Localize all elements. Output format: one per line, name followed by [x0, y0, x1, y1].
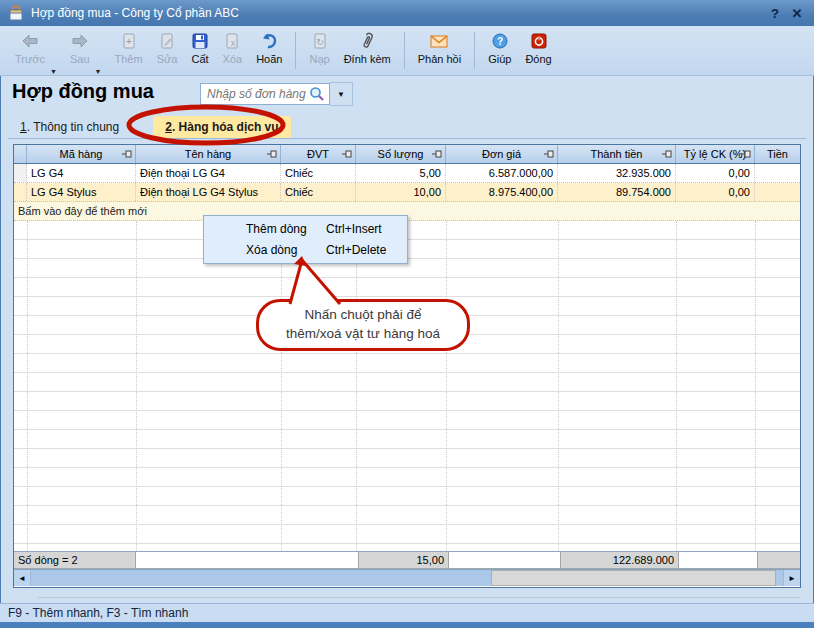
undo-arrow-icon: [260, 31, 278, 51]
grid-empty-area: [14, 221, 800, 551]
document-edit-icon: [160, 31, 174, 51]
forward-arrow-icon: [71, 31, 89, 51]
title-bar: Hợp đồng mua - Công ty Cổ phần ABC ? ✕: [0, 0, 814, 26]
undo-button[interactable]: Hoãn: [249, 26, 289, 75]
pin-icon[interactable]: [741, 150, 751, 158]
scrollbar-thumb[interactable]: [491, 570, 776, 586]
column-header-dvt[interactable]: ĐVT: [281, 145, 356, 163]
save-button[interactable]: Cất: [184, 26, 215, 75]
row-indicator[interactable]: [14, 164, 27, 182]
grid-line: [755, 221, 756, 551]
row-indicator-header: [14, 145, 27, 163]
cell-ma-hang[interactable]: LG G4 Stylus: [27, 183, 136, 201]
pin-icon[interactable]: [662, 150, 672, 158]
cell-tien[interactable]: [755, 183, 800, 201]
search-dropdown-button[interactable]: ▼: [330, 82, 353, 106]
cell-ma-hang[interactable]: LG G4: [27, 164, 136, 182]
cell-don-gia[interactable]: 8.975.400,00: [446, 183, 558, 201]
cell-thanh-tien[interactable]: 89.754.000: [558, 183, 676, 201]
toolbar-separator: [295, 32, 296, 69]
grid-line: [446, 221, 447, 551]
forward-button[interactable]: Sau: [63, 26, 97, 75]
svg-text:?: ?: [497, 36, 503, 47]
summary-empty-cell: [758, 552, 800, 569]
column-header-ma-hang[interactable]: Mã hàng: [27, 145, 136, 163]
toolbar: Trước ▼ Sau ▼ + Thêm Sửa Cất: [0, 26, 814, 76]
context-menu: Thêm dòng Ctrl+Insert Xóa dòng Ctrl+Dele…: [203, 215, 408, 264]
app-window: Hợp đồng mua - Công ty Cổ phần ABC ? ✕ T…: [0, 0, 814, 628]
grid-line: [27, 221, 28, 551]
power-icon: [531, 31, 547, 51]
column-header-ty-le-ck[interactable]: Tỷ lệ CK (%): [676, 145, 755, 163]
page-title: Hợp đồng mua: [12, 80, 154, 103]
window-close-button[interactable]: ✕: [786, 6, 808, 21]
document-delete-icon: x: [225, 31, 239, 51]
column-header-so-luong[interactable]: Số lượng: [356, 145, 446, 163]
window-bottom-border: [0, 622, 814, 628]
menu-item-xoa-dong[interactable]: Xóa dòng Ctrl+Delete: [204, 240, 407, 261]
window-help-button[interactable]: ?: [764, 6, 786, 21]
delete-button[interactable]: x Xóa: [216, 26, 250, 75]
scroll-left-arrow[interactable]: ◄: [14, 570, 31, 586]
pin-icon[interactable]: [432, 150, 442, 158]
cell-so-luong[interactable]: 5,00: [356, 164, 446, 182]
tab-hang-hoa-dich-vu[interactable]: 2. Hàng hóa dịch vụ: [153, 116, 290, 138]
column-header-don-gia[interactable]: Đơn giá: [446, 145, 558, 163]
cell-ty-le-ck[interactable]: 0,00: [676, 164, 755, 182]
feedback-button[interactable]: Phản hồi: [411, 26, 468, 75]
back-arrow-icon: [21, 31, 39, 51]
close-form-button[interactable]: Đóng: [518, 26, 558, 75]
grid-line: [558, 221, 559, 551]
tab-strip: 1. Thông tin chung 2. Hàng hóa dịch vụ: [8, 113, 806, 139]
column-header-thanh-tien[interactable]: Thành tiền: [558, 145, 676, 163]
cell-don-gia[interactable]: 6.587.000,00: [446, 164, 558, 182]
grid-line: [676, 221, 677, 551]
window-title: Hợp đồng mua - Công ty Cổ phần ABC: [31, 6, 764, 20]
cell-dvt[interactable]: Chiếc: [281, 164, 356, 182]
cell-so-luong[interactable]: 10,00: [356, 183, 446, 201]
add-button[interactable]: + Thêm: [108, 26, 150, 75]
toolbar-separator: [404, 32, 405, 69]
svg-text:↻: ↻: [316, 37, 324, 47]
table-row[interactable]: LG G4 Điện thoại LG G4 Chiếc 5,00 6.587.…: [14, 164, 800, 183]
document-add-icon: +: [122, 31, 136, 51]
edit-button[interactable]: Sửa: [150, 26, 185, 75]
attach-button[interactable]: Đính kèm: [337, 26, 398, 75]
grid-line: [356, 221, 357, 551]
row-indicator[interactable]: [14, 183, 27, 201]
row-count-total: Số dòng = 2: [14, 552, 136, 569]
grid-line: [136, 221, 137, 551]
document-refresh-icon: ↻: [313, 31, 327, 51]
cell-ty-le-ck[interactable]: 0,00: [676, 183, 755, 201]
column-header-ten-hang[interactable]: Tên hàng: [136, 145, 281, 163]
summary-row: Số dòng = 2 15,00 122.689.000: [14, 551, 800, 569]
summary-empty-cell: [136, 552, 359, 569]
search-icon[interactable]: [309, 86, 325, 102]
table-row-selected[interactable]: LG G4 Stylus Điện thoại LG G4 Stylus Chi…: [14, 183, 800, 202]
pin-icon[interactable]: [267, 150, 277, 158]
cell-tien[interactable]: [755, 164, 800, 182]
pin-icon[interactable]: [122, 150, 132, 158]
envelope-icon: [430, 31, 448, 51]
cell-thanh-tien[interactable]: 32.935.000: [558, 164, 676, 182]
column-header-tien[interactable]: Tiền: [755, 145, 800, 163]
cell-dvt[interactable]: Chiếc: [281, 183, 356, 201]
callout-bubble: Nhấn chuột phải để thêm/xoá vật tư hàng …: [256, 299, 470, 351]
status-text: F9 - Thêm nhanh, F3 - Tìm nhanh: [8, 606, 188, 620]
cell-ten-hang[interactable]: Điện thoại LG G4: [136, 164, 281, 182]
menu-item-them-dong[interactable]: Thêm dòng Ctrl+Insert: [204, 219, 407, 240]
grid-header-row: Mã hàng Tên hàng ĐVT Số lượng Đơn giá Th…: [14, 145, 800, 164]
back-button[interactable]: Trước: [8, 26, 52, 75]
pin-icon[interactable]: [342, 150, 352, 158]
help-button[interactable]: ? Giúp: [481, 26, 518, 75]
horizontal-scrollbar[interactable]: ◄ ►: [14, 569, 800, 586]
reload-button[interactable]: ↻ Nạp: [302, 26, 336, 75]
tab-thong-tin-chung[interactable]: 1. Thông tin chung: [8, 116, 131, 138]
amount-total: 122.689.000: [561, 552, 679, 569]
cell-ten-hang[interactable]: Điện thoại LG G4 Stylus: [136, 183, 281, 201]
scroll-right-arrow[interactable]: ►: [783, 570, 800, 586]
floppy-save-icon: [192, 31, 208, 51]
pin-icon[interactable]: [544, 150, 554, 158]
svg-text:x: x: [231, 38, 236, 48]
svg-text:+: +: [126, 36, 132, 47]
